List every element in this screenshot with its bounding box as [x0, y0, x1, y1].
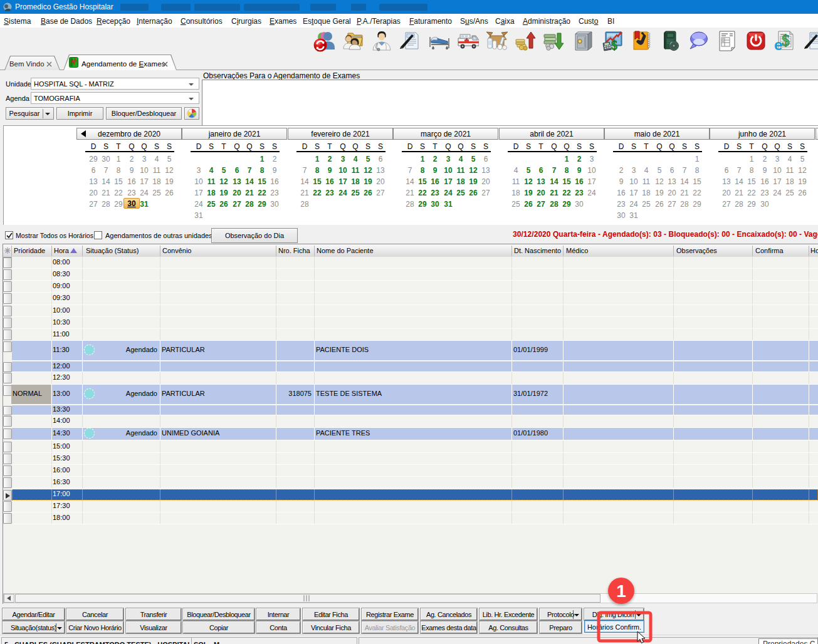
- svg-text:$: $: [782, 31, 790, 49]
- svg-text:e: e: [774, 36, 782, 52]
- svg-text:1: 1: [616, 581, 626, 601]
- svg-text:$: $: [611, 38, 617, 52]
